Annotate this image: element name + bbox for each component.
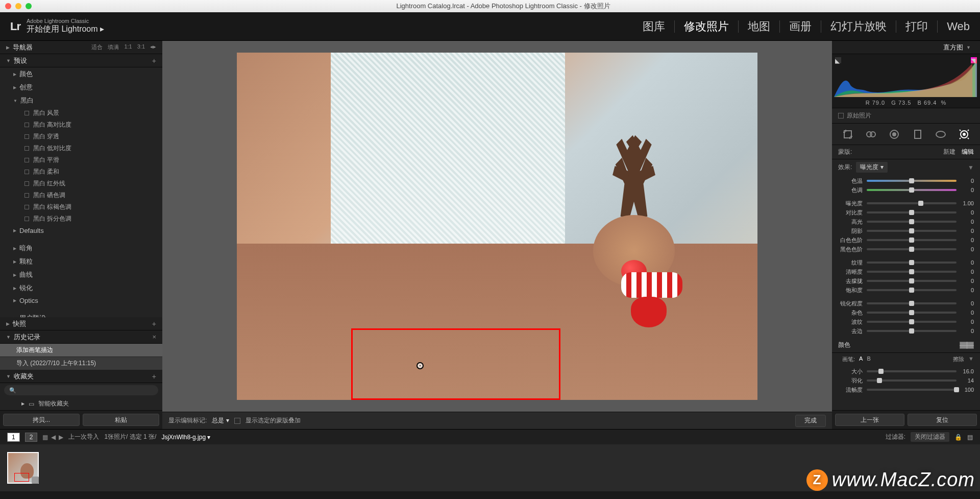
main-display-button[interactable]: 1	[7, 433, 20, 442]
slider-exposure[interactable]: 曝光度1.00	[838, 199, 974, 208]
preset-group-user[interactable]: ▶用户预设	[0, 312, 162, 317]
chevron-down-icon[interactable]: ▼	[968, 355, 974, 363]
module-book[interactable]: 画册	[789, 19, 812, 34]
slider-noise[interactable]: 杂色0	[838, 308, 974, 317]
nav-zoom-3to1[interactable]: 3:1	[137, 43, 145, 51]
snapshots-panel-header[interactable]: ▶ 快照 +	[0, 317, 162, 330]
slider-highlights[interactable]: 高光0	[838, 217, 974, 226]
preset-group-curves[interactable]: ▶曲线	[0, 268, 162, 281]
history-item-selected[interactable]: 添加画笔描边	[0, 344, 162, 357]
navigator-panel-header[interactable]: ▶ 导航器 适合 填满 1:1 3:1 ◂▸	[0, 41, 162, 54]
add-snapshot-button[interactable]: +	[152, 320, 156, 328]
done-button[interactable]: 完成	[795, 415, 826, 427]
filmstrip-thumbnail[interactable]	[7, 452, 39, 484]
nav-zoom-fit[interactable]: 适合	[91, 43, 103, 51]
nav-forward-icon[interactable]: ▶	[59, 434, 63, 441]
preset-group-grain[interactable]: ▶颗粒	[0, 255, 162, 268]
show-edit-pins-dropdown[interactable]: 总是 ▾	[212, 416, 229, 425]
paste-settings-button[interactable]: 粘贴	[83, 414, 159, 426]
add-collection-button[interactable]: +	[152, 372, 156, 381]
preset-item[interactable]: 黑白 高对比度	[0, 119, 162, 131]
color-picker-row[interactable]: 颜色	[832, 338, 980, 352]
filter-lock-icon[interactable]: 🔒	[954, 434, 962, 441]
slider-blacks[interactable]: 黑色色阶0	[838, 245, 974, 254]
nav-zoom-fill[interactable]: 填满	[108, 43, 119, 51]
preset-item[interactable]: 黑白 棕褐色调	[0, 201, 162, 213]
slider-texture[interactable]: 纹理0	[838, 258, 974, 267]
brush-pin-marker[interactable]	[416, 362, 424, 369]
preset-group-vignette[interactable]: ▶暗角	[0, 242, 162, 255]
preview-image[interactable]	[237, 53, 757, 400]
preset-item[interactable]: 黑白 拆分色调	[0, 213, 162, 225]
spot-removal-tool-icon[interactable]	[863, 127, 878, 142]
graduated-filter-tool-icon[interactable]	[910, 127, 925, 142]
slider-whites[interactable]: 白色色阶0	[838, 235, 974, 245]
preset-group-bw[interactable]: ▼黑白	[0, 94, 162, 107]
preset-group-creative[interactable]: ▶创意	[0, 81, 162, 94]
slider-shadows[interactable]: 阴影0	[838, 226, 974, 235]
shadow-clipping-indicator[interactable]: ◣	[835, 57, 841, 63]
nav-back-icon[interactable]: ◀	[51, 434, 56, 441]
copy-settings-button[interactable]: 拷贝...	[3, 414, 80, 426]
preset-group-optics[interactable]: ▶Optics	[0, 295, 162, 306]
radial-filter-tool-icon[interactable]	[933, 127, 948, 142]
brush-erase-tab[interactable]: 擦除	[953, 355, 964, 363]
source-label[interactable]: 上一次导入	[68, 433, 99, 441]
slider-tint[interactable]: 色调0	[838, 185, 974, 195]
maximize-window-button[interactable]	[26, 3, 32, 9]
preset-item[interactable]: 黑白 穿透	[0, 131, 162, 142]
nav-zoom-1to1[interactable]: 1:1	[124, 43, 132, 51]
module-slideshow[interactable]: 幻灯片放映	[830, 19, 887, 34]
slider-sharpness[interactable]: 锐化程度0	[838, 299, 974, 308]
slider-defringe[interactable]: 去边0	[838, 326, 974, 336]
preset-group-color[interactable]: ▶颜色	[0, 67, 162, 81]
slider-temp[interactable]: 色温0	[838, 176, 974, 185]
original-photo-row[interactable]: 原始照片	[832, 108, 980, 124]
preset-item[interactable]: 黑白 柔和	[0, 166, 162, 178]
adjustment-brush-tool-icon[interactable]	[957, 127, 972, 142]
crop-tool-icon[interactable]	[840, 127, 855, 142]
preset-group-sharpen[interactable]: ▶锐化	[0, 281, 162, 295]
collections-panel-header[interactable]: ▼ 收藏夹 +	[0, 370, 162, 383]
minimize-window-button[interactable]	[15, 3, 21, 9]
histogram-panel-header[interactable]: 直方图 ▼	[832, 41, 980, 54]
mask-edit-tab[interactable]: 编辑	[962, 148, 974, 156]
brush-a-tab[interactable]: A	[859, 355, 863, 363]
brush-b-tab[interactable]: B	[867, 355, 870, 363]
slider-saturation[interactable]: 饱和度0	[838, 286, 974, 295]
module-library[interactable]: 图库	[643, 19, 665, 34]
previous-button[interactable]: 上一张	[835, 414, 904, 426]
preset-group-defaults[interactable]: ▶Defaults	[0, 225, 162, 236]
redeye-tool-icon[interactable]	[887, 127, 902, 142]
slider-clarity[interactable]: 清晰度0	[838, 267, 974, 276]
chevron-down-icon[interactable]: ▼	[968, 164, 974, 171]
get-started-link[interactable]: 开始使用 Lightroom ▸	[27, 24, 104, 35]
module-print[interactable]: 打印	[905, 19, 928, 34]
original-checkbox[interactable]	[838, 113, 844, 118]
module-web[interactable]: Web	[947, 20, 970, 33]
collections-search-input[interactable]: 🔍	[4, 385, 158, 395]
slider-contrast[interactable]: 对比度0	[838, 208, 974, 217]
chevron-icon[interactable]: ◂▸	[150, 43, 156, 51]
mask-new-tab[interactable]: 新建	[943, 148, 955, 156]
close-window-button[interactable]	[5, 3, 11, 9]
color-swatch[interactable]	[960, 342, 974, 349]
smart-collections-row[interactable]: ▶ ▭ 智能收藏夹	[0, 397, 162, 410]
slider-dehaze[interactable]: 去朦胧0	[838, 276, 974, 286]
module-map[interactable]: 地图	[748, 19, 770, 34]
slider-brush-size[interactable]: 大小16.0	[838, 367, 974, 376]
module-develop[interactable]: 修改照片	[684, 19, 729, 34]
history-panel-header[interactable]: ▼ 历史记录 ×	[0, 330, 162, 344]
reset-button[interactable]: 复位	[908, 414, 977, 426]
preset-item[interactable]: 黑白 红外线	[0, 178, 162, 189]
filter-off-dropdown[interactable]: 关闭过滤器	[911, 432, 949, 442]
slider-moire[interactable]: 波纹0	[838, 317, 974, 326]
mask-overlay-checkbox[interactable]	[234, 418, 240, 424]
add-preset-button[interactable]: +	[152, 57, 156, 65]
histogram-display[interactable]: ◣ ◥ R 79.0 G 73.5 B 69.4 %	[832, 54, 980, 108]
slider-brush-flow[interactable]: 流畅度100	[838, 385, 974, 394]
clear-history-button[interactable]: ×	[152, 333, 156, 341]
history-item[interactable]: 导入 (2022/7/10 上午9:11:15)	[0, 357, 162, 370]
slider-brush-feather[interactable]: 羽化14	[838, 376, 974, 385]
preset-item[interactable]: 黑白 硒色调	[0, 189, 162, 201]
